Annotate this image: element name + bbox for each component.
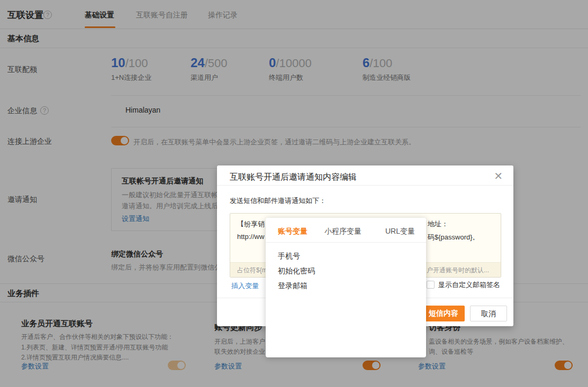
modal-intro-text: 发送短信和邮件邀请通知如下： [230,196,326,206]
editor-text: 码${password}。 [428,233,480,242]
page: 互联设置 ? 基础设置 互联账号自注册 操作记录 基本信息 互联配额 10/10… [0,0,588,387]
variable-dropdown-panel: 账号变量 小程序变量 URL变量 手机号 初始化密码 登录邮箱 [266,218,426,357]
dropdown-tab-account-vars[interactable]: 账号变量 [278,227,307,236]
custom-signature-label: 显示自定义邮箱签名 [438,280,500,290]
insert-variable-link[interactable]: 插入变量 [231,281,259,291]
hint-text: 占位符${m [237,266,267,275]
close-icon[interactable]: ✕ [494,171,503,181]
dropdown-item-init-password[interactable]: 初始化密码 [278,266,315,276]
editor-text: 【纷享销 [237,219,265,229]
cancel-button[interactable]: 取消 [470,306,507,321]
custom-signature-checkbox[interactable] [427,281,435,289]
hint-text: 户开通账号时的默认... [427,266,489,275]
divider [217,185,513,186]
dropdown-tab-url-vars[interactable]: URL变量 [385,227,415,236]
modal-title: 互联账号开通后邀请通知内容编辑 [230,172,357,183]
editor-text: 地址： [428,219,448,229]
dropdown-item-login-email[interactable]: 登录邮箱 [278,281,307,291]
dropdown-tab-miniprogram-vars[interactable]: 小程序变量 [324,227,361,236]
editor-text: http://ww [237,233,264,241]
divider [266,242,426,243]
dropdown-item-phone[interactable]: 手机号 [278,252,300,261]
